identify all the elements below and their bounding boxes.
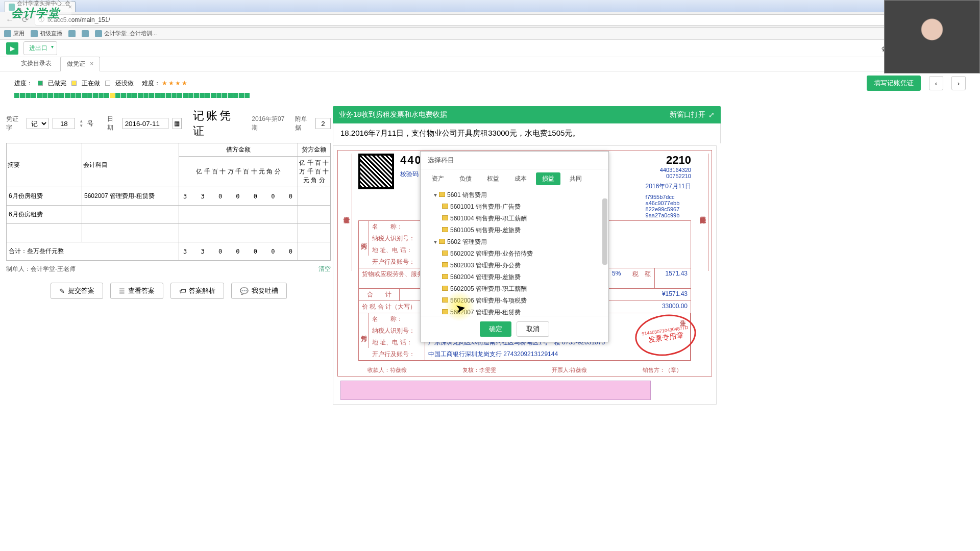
url-field[interactable]: ⓘ lx.acc5.com/main_151/	[35, 14, 976, 26]
progress-cell[interactable]	[54, 93, 59, 98]
voucher-number-input[interactable]	[53, 118, 75, 129]
progress-cell[interactable]	[93, 93, 98, 98]
popup-tab[interactable]: 损益	[536, 172, 560, 185]
progress-cell[interactable]	[149, 93, 154, 98]
bookmark-item[interactable]: 初级直播	[31, 30, 62, 37]
tab-voucher[interactable]: 做凭证 ×	[60, 57, 100, 71]
open-new-window[interactable]: 新窗口打开⤢	[670, 110, 715, 119]
apps-button[interactable]: 应用	[4, 30, 24, 37]
tree-item[interactable]: 5602003 管理费用-办公费	[426, 260, 603, 271]
voucher-row[interactable]	[7, 224, 331, 242]
voucher-prefix-select[interactable]: 记	[27, 118, 48, 129]
progress-cell[interactable]	[14, 93, 19, 98]
stepper-up-icon[interactable]: ▲	[79, 119, 83, 123]
debit-cell[interactable]	[179, 206, 298, 224]
submit-answer-button[interactable]: ✎提交答案	[51, 283, 103, 299]
tree-item[interactable]: 5602005 管理费用-职工薪酬	[426, 283, 603, 295]
tree-item[interactable]: 5601005 销售费用-差旅费	[426, 224, 603, 236]
bookmark-item[interactable]	[68, 30, 76, 37]
debit-cell[interactable]: 3 3 0 0 0 0 0	[179, 187, 298, 206]
summary-cell[interactable]	[7, 224, 82, 242]
calendar-icon[interactable]: ▦	[173, 118, 182, 129]
progress-cell[interactable]	[183, 93, 188, 98]
prev-button[interactable]: ‹	[929, 76, 943, 90]
progress-cell[interactable]	[26, 93, 31, 98]
popup-tab[interactable]: 共同	[564, 172, 588, 185]
tree-item[interactable]: 5602007 管理费用-租赁费	[426, 307, 603, 316]
bookmark-item[interactable]: 会计学堂_会计培训...	[95, 30, 157, 37]
progress-cell[interactable]	[172, 93, 177, 98]
popup-tab[interactable]: 权益	[481, 172, 505, 185]
clear-link[interactable]: 清空	[318, 265, 331, 273]
credit-cell[interactable]	[298, 187, 330, 206]
progress-cell[interactable]	[138, 93, 143, 98]
credit-cell[interactable]	[298, 206, 330, 224]
progress-cell[interactable]	[211, 93, 216, 98]
progress-cell[interactable]	[222, 93, 227, 98]
popup-tab[interactable]: 负债	[453, 172, 478, 185]
progress-cell[interactable]	[99, 93, 104, 98]
progress-cell[interactable]	[82, 93, 87, 98]
tree-item[interactable]: 5601004 销售费用-职工薪酬	[426, 213, 603, 224]
progress-cell[interactable]	[37, 93, 42, 98]
progress-cell[interactable]	[160, 93, 165, 98]
progress-cell[interactable]	[228, 93, 233, 98]
tree-parent[interactable]: 5602 管理费用	[426, 236, 603, 248]
module-dropdown[interactable]: 进出口	[23, 41, 57, 55]
tab-close-icon[interactable]: ×	[90, 60, 93, 67]
attach-count-input[interactable]	[315, 118, 331, 129]
subject-cell[interactable]	[82, 224, 179, 242]
progress-cell[interactable]	[143, 93, 149, 98]
sidebar-toggle[interactable]: ▶	[6, 42, 18, 55]
bookmark-item[interactable]	[82, 30, 89, 37]
view-answer-button[interactable]: ☰查看答案	[110, 283, 163, 299]
feedback-button[interactable]: 💬我要吐槽	[231, 283, 287, 299]
next-button[interactable]: ›	[951, 76, 966, 90]
tree-item[interactable]: 5602006 管理费用-各项税费	[426, 295, 603, 307]
tree-item[interactable]: 5602004 管理费用-差旅费	[426, 271, 603, 283]
fill-voucher-button[interactable]: 填写记账凭证	[867, 76, 921, 91]
popup-tab[interactable]: 资产	[426, 172, 450, 185]
voucher-date-input[interactable]	[122, 118, 168, 129]
explain-answer-button[interactable]: 🏷答案解析	[170, 283, 224, 299]
tree-parent[interactable]: 5601 销售费用	[426, 189, 603, 201]
progress-cell[interactable]	[132, 93, 137, 98]
tree-item[interactable]: 5601001 销售费用-广告费	[426, 201, 603, 213]
progress-cell[interactable]	[59, 93, 64, 98]
progress-cell[interactable]	[200, 93, 205, 98]
debit-cell[interactable]	[179, 224, 298, 242]
progress-cell[interactable]	[216, 93, 222, 98]
progress-cell[interactable]	[42, 93, 47, 98]
progress-cell[interactable]	[188, 93, 193, 98]
progress-cell[interactable]	[205, 93, 210, 98]
voucher-row[interactable]: 6月份房租费 5602007 管理费用-租赁费 3 3 0 0 0 0 0	[7, 187, 331, 206]
progress-cell[interactable]	[115, 93, 120, 98]
progress-cell[interactable]	[155, 93, 160, 98]
summary-cell[interactable]: 6月份房租费	[7, 206, 82, 224]
subject-tree[interactable]: 5601 销售费用5601001 销售费用-广告费5601004 销售费用-职工…	[421, 188, 608, 316]
progress-cell[interactable]	[110, 93, 115, 98]
cancel-button[interactable]: 取消	[517, 321, 549, 337]
progress-cell[interactable]	[239, 93, 244, 98]
progress-cell[interactable]	[166, 93, 171, 98]
tree-item[interactable]: 5602002 管理费用-业务招待费	[426, 248, 603, 260]
progress-cell[interactable]	[177, 93, 182, 98]
progress-cell[interactable]	[70, 93, 76, 98]
progress-cell[interactable]	[194, 93, 199, 98]
credit-cell[interactable]	[298, 224, 330, 242]
stepper-down-icon[interactable]: ▼	[79, 123, 83, 128]
progress-cell[interactable]	[87, 93, 92, 98]
progress-cell[interactable]	[65, 93, 70, 98]
subject-cell[interactable]: 5602007 管理费用-租赁费	[82, 187, 179, 206]
progress-cell[interactable]	[233, 93, 238, 98]
progress-cell[interactable]	[31, 93, 36, 98]
summary-cell[interactable]: 6月份房租费	[7, 187, 82, 206]
progress-cell[interactable]	[48, 93, 53, 98]
progress-cell[interactable]	[20, 93, 25, 98]
progress-cell[interactable]	[121, 93, 126, 98]
progress-cell[interactable]	[76, 93, 81, 98]
subject-cell[interactable]	[82, 206, 179, 224]
confirm-button[interactable]: 确定	[480, 321, 511, 337]
progress-cell[interactable]	[127, 93, 132, 98]
progress-cell[interactable]	[104, 93, 109, 98]
